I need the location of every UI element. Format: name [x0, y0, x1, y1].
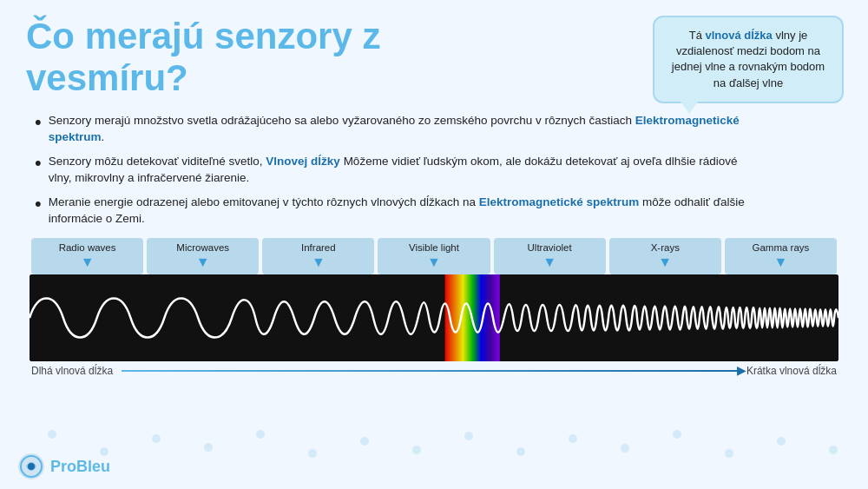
spectrum-image: [30, 274, 838, 361]
svg-point-14: [777, 437, 786, 446]
svg-point-0: [48, 430, 56, 439]
svg-point-10: [569, 434, 577, 443]
probleu-logo-icon: [17, 453, 45, 480]
footer-right-label: Krátka vlnová dĺžka: [746, 365, 837, 377]
bullet-text-2: Senzory môžu detekovať viditeľné svetlo,…: [49, 153, 746, 187]
spec-label-gamma: Gamma rays: [725, 238, 837, 274]
spec-label-uv: Ultraviolet: [494, 238, 606, 274]
svg-point-9: [516, 447, 525, 456]
tooltip-highlight: vlnová dĺžka: [706, 29, 773, 42]
svg-point-6: [360, 437, 369, 446]
svg-point-8: [464, 432, 473, 440]
bullet-item-1: • Senzory merajú množstvo svetla odrážaj…: [35, 112, 746, 146]
svg-point-3: [204, 443, 213, 452]
svg-point-13: [725, 449, 733, 458]
svg-point-20: [28, 463, 35, 470]
logo-pro: Pro: [50, 458, 76, 475]
bullet-dot-1: •: [35, 112, 42, 133]
svg-point-2: [152, 434, 161, 443]
tooltip-bubble: Tá vlnová dĺžka vlny je vzdialenosť medz…: [653, 16, 844, 103]
bullet-list: • Senzory merajú množstvo svetla odrážaj…: [35, 112, 842, 228]
bullet-dot-2: •: [35, 153, 42, 174]
bullet-text-3: Meranie energie odrazenej alebo emitovan…: [49, 194, 746, 228]
spec-label-visible: Visible light: [378, 238, 490, 274]
bullet-item-2: • Senzory môžu detekovať viditeľné svetl…: [35, 153, 746, 187]
spec-label-micro: Microwaves: [147, 238, 259, 274]
svg-point-12: [673, 430, 681, 439]
spectrum-footer: Dlhá vlnová dĺžka Krátka vlnová dĺžka: [26, 361, 842, 377]
svg-point-4: [256, 430, 265, 439]
footer-left-label: Dlhá vlnová dĺžka: [31, 365, 113, 377]
spectrum-labels-row: Radio waves Microwaves Infrared Visible …: [26, 238, 842, 274]
logo-bleu: Bleu: [76, 458, 110, 475]
bullet-text-1: Senzory merajú množstvo svetla odrážajúc…: [49, 112, 746, 146]
logo-text: ProBleu: [50, 458, 110, 476]
svg-point-15: [829, 446, 838, 454]
svg-point-5: [308, 449, 317, 458]
spec-label-xray: X-rays: [609, 238, 721, 274]
bullet-item-3: • Meranie energie odrazenej alebo emitov…: [35, 194, 746, 228]
svg-point-7: [412, 446, 421, 454]
spec-label-infrared: Infrared: [262, 238, 374, 274]
spectrum-section: Radio waves Microwaves Infrared Visible …: [26, 238, 842, 377]
svg-point-11: [621, 444, 629, 453]
bullet-dot-3: •: [35, 194, 42, 215]
page-title: Čo merajú senzory z vesmíru?: [26, 16, 512, 100]
tooltip-text1: Tá: [689, 29, 706, 42]
footer-arrow: [122, 370, 738, 372]
spec-label-radio: Radio waves: [31, 238, 143, 274]
logo-bar: ProBleu: [17, 453, 110, 480]
